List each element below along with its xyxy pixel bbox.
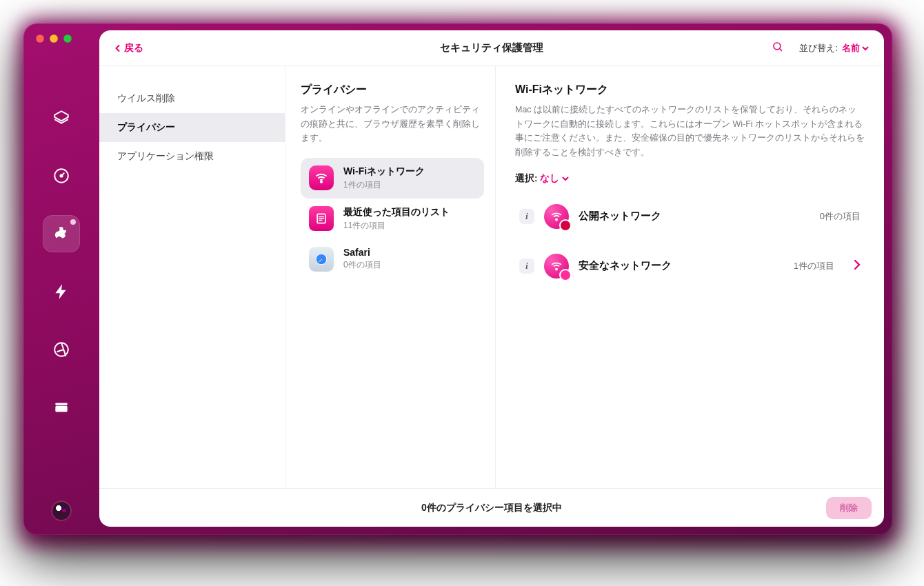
toolbar: 戻る セキュリティ保護管理 並び替え: 名前 — [99, 30, 884, 66]
footer: 0件のプライバシー項目を選択中 削除 — [99, 488, 884, 527]
minimize-button[interactable] — [50, 34, 58, 43]
rail-item-files[interactable] — [43, 389, 80, 426]
select-value: なし — [540, 172, 559, 185]
list-icon — [309, 206, 334, 231]
sort-value: 名前 — [842, 42, 860, 54]
rail-item-speed[interactable] — [43, 273, 80, 310]
back-button[interactable]: 戻る — [114, 42, 143, 54]
sort-label: 並び替え: — [799, 42, 838, 54]
chevron-down-icon — [862, 45, 869, 52]
svg-point-11 — [556, 268, 557, 270]
svg-rect-4 — [55, 403, 67, 405]
select-label: 選択: — [515, 173, 538, 183]
module-recent[interactable]: 最近使った項目のリスト 11件の項目 — [301, 199, 484, 239]
sort-dropdown[interactable]: 並び替え: 名前 — [799, 42, 869, 54]
rail-item-protection[interactable] — [43, 215, 80, 252]
svg-point-1 — [60, 174, 62, 176]
module-title: Safari — [343, 247, 381, 258]
svg-point-10 — [556, 219, 557, 220]
module-title: Wi-Fiネットワーク — [343, 165, 425, 178]
sidebar-rail — [23, 23, 99, 535]
module-wifi[interactable]: Wi-Fiネットワーク 1件の項目 — [301, 158, 484, 199]
info-icon[interactable]: i — [519, 259, 534, 274]
network-row-public[interactable]: i 公開ネットワーク 0件の項目 — [515, 192, 865, 241]
selection-row: 選択: なし — [515, 172, 865, 185]
selection-status: 0件のプライバシー項目を選択中 — [421, 502, 562, 514]
col2-heading: プライバシー — [301, 83, 484, 97]
info-icon[interactable]: i — [519, 209, 534, 224]
network-count: 1件の項目 — [794, 260, 834, 272]
account-avatar[interactable] — [52, 502, 70, 520]
zoom-button[interactable] — [63, 34, 72, 43]
wifi-secure-icon — [544, 254, 569, 279]
network-count: 0件の項目 — [820, 210, 861, 223]
detail-description: Mac は以前に接続したすべてのネットワークのリストを保管しており、それらのネッ… — [515, 103, 865, 160]
page-title: セキュリティ保護管理 — [99, 41, 884, 54]
svg-point-6 — [321, 181, 322, 183]
category-privacy[interactable]: プライバシー — [99, 113, 285, 142]
wifi-public-icon — [544, 204, 569, 229]
wifi-icon — [309, 165, 334, 190]
chevron-down-icon — [562, 175, 569, 182]
module-list: プライバシー オンラインやオフラインでのアクティビティの痕跡と共に、ブラウザ履歴… — [285, 66, 496, 488]
chevron-right-icon — [854, 260, 861, 272]
detail-pane: Wi-Fiネットワーク Mac は以前に接続したすべてのネットワークのリストを保… — [496, 66, 884, 488]
module-title: 最近使った項目のリスト — [343, 206, 450, 219]
content-card: 戻る セキュリティ保護管理 並び替え: 名前 — [99, 30, 884, 527]
search-icon[interactable] — [772, 41, 784, 56]
svg-point-5 — [774, 43, 781, 50]
category-list: ウイルス削除 プライバシー アプリケーション権限 — [99, 66, 285, 488]
close-button[interactable] — [36, 34, 44, 43]
svg-rect-3 — [55, 406, 67, 412]
notification-dot — [70, 219, 76, 225]
module-sub: 11件の項目 — [343, 220, 450, 232]
back-label: 戻る — [124, 42, 143, 54]
module-safari[interactable]: Safari 0件の項目 — [301, 239, 484, 279]
app-window: 戻る セキュリティ保護管理 並び替え: 名前 — [23, 23, 892, 535]
rail-item-apps[interactable] — [43, 331, 80, 368]
rail-item-gauge[interactable] — [43, 157, 80, 194]
rail-item-scanner[interactable] — [43, 99, 80, 137]
category-permissions[interactable]: アプリケーション権限 — [99, 142, 285, 171]
select-dropdown[interactable]: なし — [540, 172, 569, 185]
chevron-left-icon — [114, 45, 121, 52]
network-row-secure[interactable]: i 安全なネットワーク 1件の項目 — [515, 241, 865, 291]
module-sub: 1件の項目 — [343, 179, 425, 191]
detail-heading: Wi-Fiネットワーク — [515, 83, 865, 97]
category-virus[interactable]: ウイルス削除 — [99, 84, 285, 113]
network-name: 公開ネットワーク — [579, 210, 661, 223]
module-sub: 0件の項目 — [343, 259, 381, 271]
safari-icon — [309, 247, 334, 272]
window-controls — [36, 34, 72, 43]
col2-description: オンラインやオフラインでのアクティビティの痕跡と共に、ブラウザ履歴を素早く削除し… — [301, 103, 484, 145]
network-name: 安全なネットワーク — [579, 259, 672, 272]
delete-button[interactable]: 削除 — [826, 497, 872, 519]
